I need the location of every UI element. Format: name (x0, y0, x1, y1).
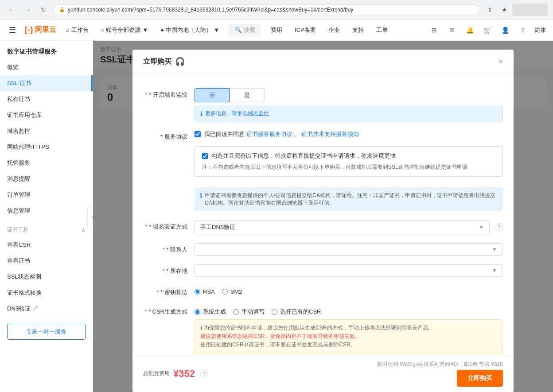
nav-enterprise[interactable]: 企业 (326, 24, 343, 36)
service-agreement-row: * 服务协议 我已阅读并同意 证书服务服务协议 、 证书技术支持服务须知 (143, 130, 503, 141)
crypto-control: RSA SM2 (195, 286, 503, 295)
domain-verify-help[interactable]: ? (495, 223, 503, 231)
sidebar-item-info[interactable]: 信息管理 (0, 203, 93, 219)
browser-actions: ⇧ ★ (484, 4, 548, 16)
location-label: * 所在地 (143, 264, 187, 275)
sidebar-item-private-cert[interactable]: 私有证书 (0, 91, 93, 107)
nav-icp[interactable]: ICP备案 (292, 24, 319, 36)
address-bar[interactable]: 🔒 yundun.console.aliyun.com/?spm=5176.79… (53, 4, 480, 15)
top-navigation: ☰ [-} 阿里云 ⌂ 工作台 ≡ 账号全部资源 ▼ ● 中国内地（大陆） ▼ … (0, 19, 553, 41)
footer-right: 限时促销:WoSign品牌系列首购4折，限1单 节省 ¥528 立即购买 (377, 361, 503, 387)
nav-cost[interactable]: 费用 (268, 24, 285, 36)
nav-support[interactable]: 支持 (350, 24, 366, 36)
csr-tip3: 使用已创建的CSR申请证书，请不要在证书签发完成前删除CSR。 (200, 341, 497, 349)
sidebar-title: 数字证书管理服务 (0, 41, 93, 59)
contact-select[interactable]: ▼ (195, 243, 503, 256)
language-toggle[interactable]: 简体 (534, 26, 546, 34)
nav-search[interactable]: 🔍 搜索 (229, 24, 261, 36)
buy-now-button[interactable]: 立即购买 (457, 370, 503, 387)
sidebar-tools-title: 证书工具 ∧ (0, 222, 93, 237)
csr-tip1: ℹ 为保障您的证书顺利申请，建议您使用默认生成CSR的方式，手动上传将无法部署到… (200, 324, 497, 332)
csr-tip-box: ℹ 为保障您的证书顺利申请，建议您使用默认生成CSR的方式，手动上传将无法部署到… (195, 319, 503, 354)
ca-notice-row: ℹ 申请证书需要将您提供的个人/公司信息提交给CA机构，请知悉。注意：非国产证书… (195, 184, 503, 211)
nav-resources[interactable]: ≡ 账号全部资源 ▼ (98, 24, 151, 36)
sidebar-item-view-cert[interactable]: 查看证书 (0, 253, 93, 269)
account-icon: ≡ (101, 27, 105, 33)
domain-verify-chevron: ▼ (479, 224, 484, 230)
fill-info-checkbox[interactable] (202, 153, 208, 159)
price-value: ¥352 (173, 368, 195, 380)
sidebar-item-managed[interactable]: 托管服务 (0, 155, 93, 171)
hamburger-button[interactable]: ☰ (7, 23, 18, 37)
profile-area (512, 4, 548, 16)
crypto-row: * 密钥算法 RSA SM2 (143, 286, 503, 296)
modal-body: * 开启域名监控 否 是 ℹ 更多信息，请参见域名监控 (132, 74, 514, 355)
nav-order[interactable]: 工单 (374, 24, 390, 36)
mail-icon[interactable]: ✉ (446, 24, 458, 36)
domain-verify-select[interactable]: 手工DNS验证 ▼ (195, 220, 490, 234)
nav-workbench[interactable]: ⌂ 工作台 (63, 24, 91, 36)
bell-icon[interactable]: 🔔 (463, 24, 476, 36)
sidebar-item-proxy-https[interactable]: 网站代理HTTPS (0, 139, 93, 155)
contact-chevron: ▼ (492, 246, 497, 252)
price-help-button[interactable]: ? (200, 370, 208, 378)
sidebar-collapse-button[interactable]: ‹ (87, 206, 93, 227)
csr-manual-radio[interactable] (233, 309, 239, 315)
expert-service-button[interactable]: 专家一对一服务 (7, 324, 86, 340)
nav-region[interactable]: ● 中国内地（大陆） ▼ (158, 24, 222, 36)
crypto-rsa-option[interactable]: RSA (195, 288, 215, 295)
csr-existing-option[interactable]: 选择已有的CSR (272, 308, 321, 316)
sidebar-item-cert-convert[interactable]: 证书格式转换 (0, 285, 93, 301)
service-agreement-checkbox[interactable] (195, 131, 201, 137)
domain-monitor-label: * 开启域名监控 (143, 88, 187, 99)
cart-icon[interactable]: 🛒 (481, 24, 494, 36)
crypto-sm2-radio[interactable] (222, 289, 228, 295)
csr-auto-radio[interactable] (195, 309, 200, 315)
back-button[interactable]: ← (5, 4, 18, 16)
sidebar-item-ssl-check[interactable]: SSL状态检测 (0, 269, 93, 285)
crypto-sm2-option[interactable]: SM2 (222, 288, 242, 295)
toggle-yes-button[interactable]: 是 (230, 88, 265, 102)
location-select[interactable]: ▼ (195, 264, 503, 277)
domain-monitor-info: ℹ 更多信息，请参见域名监控 (195, 106, 503, 121)
user-icon[interactable]: 👤 (499, 24, 511, 36)
service-link2[interactable]: 证书技术支持服务须知 (301, 131, 359, 137)
sidebar-item-notification[interactable]: 消息提醒 (0, 171, 93, 187)
toggle-no-button[interactable]: 否 (195, 88, 230, 102)
logo-text: 阿里云 (35, 25, 56, 35)
grid-icon[interactable]: ​⊞ (428, 24, 440, 36)
sidebar-item-dns-verify[interactable]: DNS验证 ↗ (0, 301, 93, 317)
sidebar-item-cert-repo[interactable]: 证书应用仓库 (0, 107, 93, 123)
help-icon[interactable]: ? (517, 24, 529, 36)
lock-icon: 🔒 (59, 7, 65, 12)
crypto-label: * 密钥算法 (143, 286, 187, 296)
app-layout: 数字证书管理服务 概览 SSL 证书 私有证书 证书应用仓库 域名监控 网站代理… (0, 41, 553, 392)
browser-chrome: ← → ↻ 🔒 yundun.console.aliyun.com/?spm=5… (0, 0, 553, 19)
modal-footer: 总配置费用 ¥352 ? 限时促销:WoSign品牌系列首购4折，限1单 节省 … (132, 355, 514, 392)
bookmark-button[interactable]: ★ (498, 4, 510, 16)
forward-button[interactable]: → (21, 4, 34, 16)
sidebar-item-overview[interactable]: 概览 (0, 59, 93, 75)
domain-verify-row-inner: 手工DNS验证 ▼ ? (195, 220, 503, 234)
domain-monitor-link[interactable]: 域名监控 (248, 110, 269, 116)
sidebar-item-ssl[interactable]: SSL 证书 (0, 75, 93, 91)
discount-text: 限时促销:WoSign品牌系列首购4折，限1单 节省 ¥528 (377, 361, 503, 368)
modal-close-button[interactable]: × (498, 57, 503, 66)
reload-button[interactable]: ↻ (37, 4, 50, 16)
csr-existing-radio[interactable] (272, 309, 277, 315)
location-control: ▼ (195, 264, 503, 277)
share-button[interactable]: ⇧ (484, 4, 496, 16)
sidebar-item-order[interactable]: 订单管理 (0, 187, 93, 203)
location-icon: ● (160, 27, 164, 33)
contact-control: ▼ (195, 243, 503, 256)
service-link1[interactable]: 证书服务服务协议 (246, 131, 292, 137)
headphone-icon: 🎧 (175, 57, 185, 66)
csr-auto-option[interactable]: 系统生成 (195, 308, 226, 316)
location-row: * 所在地 ▼ (143, 264, 503, 277)
sidebar-item-domain-monitor[interactable]: 域名监控 (0, 123, 93, 139)
crypto-rsa-radio[interactable] (195, 289, 200, 295)
sidebar-item-csr[interactable]: 查看CSR (0, 237, 93, 253)
fill-info-title: 勾选并且完善以下信息，付款后将直接提交证书申请请求，签发速度更快 (202, 152, 495, 160)
fill-info-box: 勾选并且完善以下信息，付款后将直接提交证书申请请求，签发速度更快 注：不勾选或者… (195, 146, 503, 177)
csr-manual-option[interactable]: 手动填写 (233, 308, 265, 316)
